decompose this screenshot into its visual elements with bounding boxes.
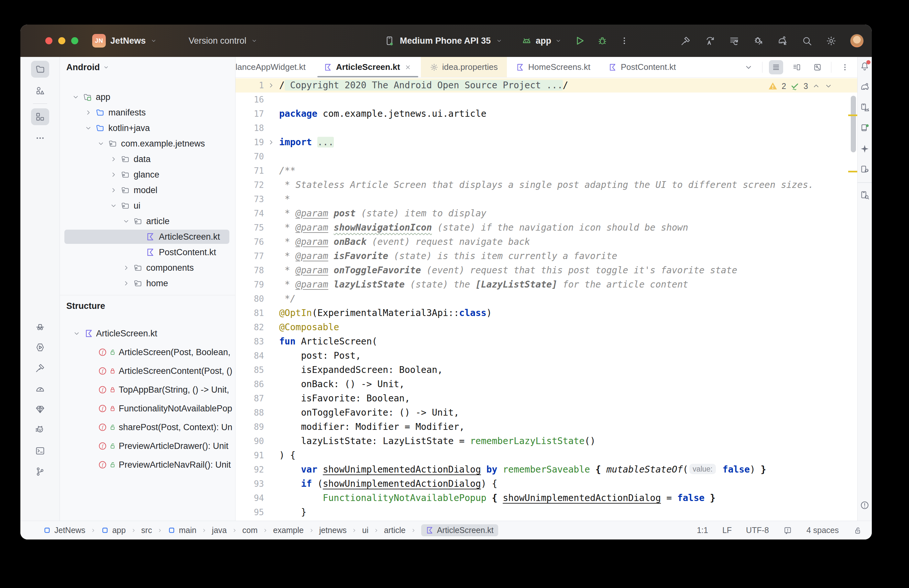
- code-line[interactable]: 72 * Stateless Article Screen that displ…: [236, 178, 857, 192]
- code-view-button[interactable]: [769, 60, 783, 74]
- code-line[interactable]: 87 isFavorite: Boolean,: [236, 391, 857, 405]
- project-tree-item[interactable]: manifests: [60, 105, 235, 120]
- code-line[interactable]: 89 modifier: Modifier = Modifier,: [236, 420, 857, 434]
- apply-changes-button[interactable]: [704, 36, 715, 46]
- project-tool-button[interactable]: [31, 61, 49, 78]
- running-devices-tool-button[interactable]: [858, 120, 871, 136]
- avatar[interactable]: [850, 34, 864, 48]
- design-view-button[interactable]: [811, 60, 825, 74]
- breadcrumb-item[interactable]: ui: [362, 526, 368, 535]
- code-line[interactable]: 16: [236, 92, 857, 107]
- logcat-button[interactable]: [31, 422, 49, 439]
- breadcrumb-item[interactable]: ArticleScreen.kt: [421, 524, 498, 536]
- structure-tool-button[interactable]: [31, 108, 49, 125]
- code-line[interactable]: 76 * @param onBack (event) request navig…: [236, 235, 857, 249]
- breadcrumb-item[interactable]: com: [242, 526, 257, 535]
- terminal-button[interactable]: [31, 443, 49, 459]
- file-encoding[interactable]: UTF-8: [746, 526, 769, 535]
- profiler-button[interactable]: [31, 380, 49, 397]
- device-manager-button[interactable]: [858, 100, 871, 115]
- editor-tab[interactable]: PostContent.kt: [599, 57, 685, 77]
- notifications-button[interactable]: [858, 58, 871, 74]
- previous-issue-button[interactable]: [812, 82, 820, 90]
- editor-tab[interactable]: lanceAppWidget.kt: [236, 57, 315, 77]
- editor-tab[interactable]: idea.properties: [421, 57, 507, 77]
- chevron-right-icon[interactable]: [122, 264, 130, 272]
- project-tree-item[interactable]: app: [60, 89, 235, 105]
- code-line[interactable]: 93 if (showUnimplementedActionDialog) {: [236, 477, 857, 491]
- project-panel-header[interactable]: Android: [60, 57, 235, 78]
- editor-scrollbar[interactable]: [851, 96, 856, 152]
- caret-position[interactable]: 1:1: [697, 526, 708, 535]
- chevron-right-icon[interactable]: [110, 186, 118, 194]
- project-view-selector[interactable]: Android: [66, 62, 100, 73]
- structure-item[interactable]: f TopAppBar(String, () -> Unit,: [60, 380, 235, 399]
- chevron-down-icon[interactable]: [122, 217, 130, 225]
- split-view-button[interactable]: [790, 60, 804, 74]
- code-line[interactable]: 85 isExpandedScreen: Boolean,: [236, 363, 857, 377]
- project-tree-item[interactable]: article: [60, 213, 235, 229]
- running-devices-button[interactable]: [31, 339, 49, 356]
- code-line[interactable]: 18: [236, 121, 857, 135]
- version-control-button[interactable]: [31, 463, 49, 480]
- breadcrumb-item[interactable]: main: [168, 526, 196, 535]
- more-actions-button[interactable]: [620, 36, 629, 45]
- close-window-button[interactable]: [45, 37, 52, 44]
- code-line[interactable]: 83 fun ArticleScreen(: [236, 334, 857, 349]
- code-line[interactable]: 90 lazyListState: LazyListState = rememb…: [236, 434, 857, 448]
- inspection-widget[interactable]: 2 3: [768, 79, 833, 92]
- project-tree-item[interactable]: components: [60, 260, 235, 276]
- code-line[interactable]: 17 package com.example.jetnews.ui.articl…: [236, 107, 857, 121]
- code-line[interactable]: 70: [236, 149, 857, 164]
- chevron-down-icon[interactable]: [72, 93, 79, 101]
- close-tab-icon[interactable]: [404, 63, 412, 71]
- build-button[interactable]: [680, 36, 691, 46]
- code-line[interactable]: 86 onBack: () -> Unit,: [236, 377, 857, 391]
- project-tree-item[interactable]: com.example.jetnews: [60, 136, 235, 151]
- editor-tab[interactable]: HomeScreens.kt: [507, 57, 599, 77]
- gemini-button[interactable]: [858, 141, 871, 157]
- structure-item[interactable]: f ArticleScreenContent(Post, (): [60, 362, 235, 380]
- code-line[interactable]: 77 * @param isFavorite (state) is this i…: [236, 249, 857, 263]
- code-line[interactable]: 75 * @param showNavigationIcon (state) i…: [236, 221, 857, 235]
- indent-setting[interactable]: 4 spaces: [806, 526, 839, 535]
- chevron-down-icon[interactable]: [84, 124, 92, 132]
- project-tree-item[interactable]: model: [60, 183, 235, 198]
- problems-button[interactable]: [858, 498, 871, 513]
- structure-item[interactable]: f PreviewArticleDrawer(): Unit: [60, 437, 235, 456]
- structure-item[interactable]: ArticleScreen.kt: [60, 324, 235, 343]
- device-selector[interactable]: Medium Phone API 35: [384, 24, 502, 57]
- breadcrumb-item[interactable]: jetnews: [319, 526, 347, 535]
- project-tree-item[interactable]: ArticleScreen.kt: [60, 229, 235, 244]
- gradle-sync-button[interactable]: [777, 36, 788, 46]
- code-line[interactable]: 78 * @param onToggleFavorite (event) req…: [236, 263, 857, 278]
- breadcrumb-item[interactable]: JetNews: [43, 526, 86, 535]
- structure-panel-header[interactable]: Structure: [60, 295, 235, 317]
- app-inspection-button[interactable]: [31, 318, 49, 335]
- gradle-tool-button[interactable]: [858, 79, 871, 94]
- app-quality-insights-button[interactable]: [31, 401, 49, 418]
- search-everywhere-button[interactable]: [802, 36, 812, 46]
- code-line[interactable]: 1 / Copyright 2020 The Android Open Sour…: [236, 78, 857, 92]
- chevron-down-icon[interactable]: [110, 202, 118, 210]
- debug-button[interactable]: [597, 35, 608, 46]
- device-explorer-button[interactable]: [858, 187, 871, 203]
- inspection-highlight-toggle[interactable]: [783, 526, 792, 535]
- project-widget[interactable]: JN JetNews: [92, 24, 157, 57]
- more-tool-windows-button[interactable]: [31, 130, 49, 147]
- structure-item[interactable]: f sharePost(Post, Context): Un: [60, 418, 235, 437]
- code-line[interactable]: 84 post: Post,: [236, 349, 857, 363]
- code-line[interactable]: 80 */: [236, 292, 857, 306]
- structure-item[interactable]: f FunctionalityNotAvailablePop: [60, 399, 235, 418]
- breadcrumb-item[interactable]: example: [273, 526, 304, 535]
- project-tree-item[interactable]: home: [60, 276, 235, 291]
- structure-item[interactable]: f ArticleScreen(Post, Boolean,: [60, 343, 235, 362]
- code-line[interactable]: 19 import ...: [236, 135, 857, 149]
- editor-options-button[interactable]: [838, 60, 852, 74]
- chevron-right-icon[interactable]: [110, 155, 118, 163]
- code-line[interactable]: 81 @OptIn(ExperimentalMaterial3Api::clas…: [236, 306, 857, 320]
- breadcrumb-item[interactable]: article: [384, 526, 406, 535]
- project-tree-item[interactable]: data: [60, 151, 235, 167]
- code-line[interactable]: 91 ) {: [236, 448, 857, 462]
- project-tree-item[interactable]: glance: [60, 167, 235, 183]
